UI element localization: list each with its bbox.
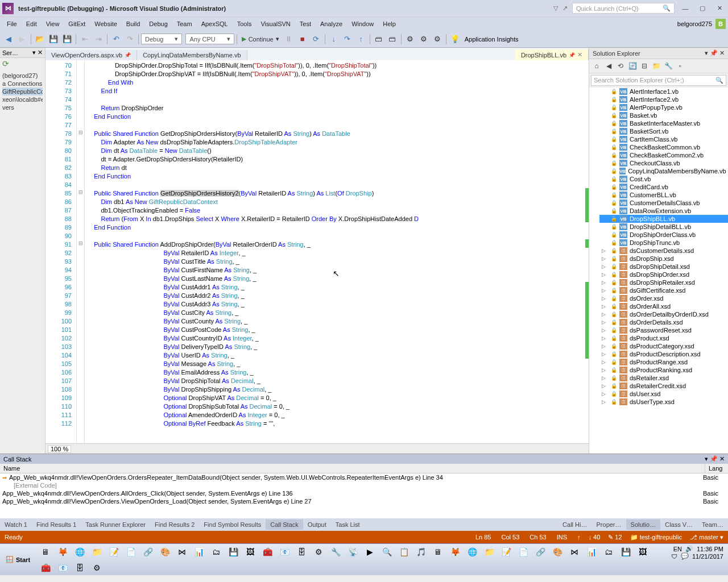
tray-icon[interactable]: 🔊 [685, 545, 693, 552]
tree-item[interactable]: 🔒VBCheckBasketCommon2.vb [599, 151, 728, 159]
show-all-icon[interactable]: 📁 [651, 61, 661, 71]
taskbar-app-icon[interactable]: 📄 [516, 545, 531, 559]
server-item[interactable]: a Connections [2, 80, 43, 88]
taskbar-app-icon[interactable]: 📡 [345, 545, 360, 559]
taskbar-app-icon[interactable]: 🦊 [448, 545, 462, 559]
sync-icon[interactable]: ⟲ [615, 61, 626, 71]
tree-item[interactable]: 🔒VBCartItemClass.vb [599, 135, 728, 143]
tree-item[interactable]: 🔒◫dsProductRanking.xsd [599, 366, 728, 374]
tree-item[interactable]: 🔒VBAlertPopupType.vb [599, 103, 728, 111]
code-lines[interactable]: DropShipOrder.DropShipTotal = IIf(IsDBNu… [85, 60, 585, 443]
menu-test[interactable]: Test [295, 18, 316, 30]
taskbar-app-icon[interactable]: 📝 [499, 545, 514, 559]
taskbar-app-icon[interactable]: 🌐 [72, 545, 87, 559]
feedback-icon[interactable]: ↗ [562, 5, 568, 12]
outdent-icon[interactable]: ⇤ [78, 33, 91, 45]
taskbar-app-icon[interactable]: 🔍 [379, 545, 394, 559]
taskbar-app-icon[interactable]: 📋 [396, 545, 411, 559]
minimize-button[interactable]: — [679, 2, 692, 15]
nav-fwd-icon[interactable]: ▶ [16, 33, 28, 45]
menu-team[interactable]: Team [172, 18, 197, 30]
taskbar-app-icon[interactable]: ▶ [362, 545, 377, 559]
pin-icon[interactable]: ▾ ✕ [32, 49, 43, 56]
taskbar-app-icon[interactable]: 🔗 [140, 545, 155, 559]
step-over-icon[interactable]: ↷ [341, 33, 354, 45]
config-combo[interactable]: Debug [141, 34, 182, 44]
bottom-tab[interactable]: Team… [697, 519, 728, 530]
menu-file[interactable]: File [2, 18, 22, 30]
tree-item[interactable]: 🔒◫dsDropShipOrder.xsd [599, 271, 728, 278]
system-tray[interactable]: EN 🔊 11:36 PM 🛡 💬 11/21/2017 [667, 544, 728, 575]
tree-item[interactable]: 🔒VBBasketSort.vb [599, 127, 728, 135]
tree-item[interactable]: 🔒VBCost.vb [599, 175, 728, 183]
maximize-button[interactable]: ▢ [696, 2, 709, 15]
menu-view[interactable]: View [42, 18, 64, 30]
tree-item[interactable]: 🔒VBBasket.vb [599, 111, 728, 119]
tree-item[interactable]: 🔒◫dsRetailer.xsd [599, 374, 728, 382]
taskbar-app-icon[interactable]: 💾 [618, 545, 633, 559]
code-editor[interactable]: 7071727374757677787980818283848586878889… [46, 60, 589, 443]
taskbar-app-icon[interactable]: 📧 [55, 561, 70, 575]
notification-icon[interactable]: ▽ [553, 5, 558, 12]
taskbar-app-icon[interactable]: 🦊 [55, 545, 70, 559]
taskbar-app-icon[interactable]: 🗂 [209, 545, 224, 559]
taskbar-app-icon[interactable]: 🖥 [431, 545, 445, 559]
tree-item[interactable]: 🔒◫dsDropShipRetailer.xsd [599, 278, 728, 286]
tool-icon2[interactable]: ⚙ [417, 33, 430, 45]
solution-search-input[interactable]: Search Solution Explorer (Ctrl+;) 🔍 [591, 75, 726, 86]
pin-icon[interactable]: 📌 [710, 455, 718, 462]
tree-item[interactable]: 🔒VBDropShipTrunc.vb [599, 239, 728, 247]
server-explorer-tab[interactable]: Ser… ▾ ✕ [0, 48, 45, 58]
menu-apexsql[interactable]: ApexSQL [197, 18, 233, 30]
tree-item[interactable]: 🔒VBBasketInterfaceMaster.vb [599, 119, 728, 127]
call-stack-rows[interactable]: ➡App_Web_wkq4nmdr.dll!ViewOpenOrders.Ord… [0, 473, 728, 518]
taskbar-app-icon[interactable]: ⚙ [311, 545, 326, 559]
server-item[interactable]: GiftRepublicCor [2, 88, 43, 95]
tree-item[interactable]: 🔒VBDropShipDetailBLL.vb [599, 223, 728, 231]
taskbar-app-icon[interactable]: 🎨 [158, 545, 172, 559]
tree-item[interactable]: 🔒VBAlertInterface2.vb [599, 95, 728, 103]
callstack-row[interactable]: App_Web_wkq4nmdr.dll!ViewOpenOrders.AllO… [0, 489, 728, 497]
tree-item[interactable]: 🔒VBCreditCard.vb [599, 183, 728, 191]
bottom-tab[interactable]: Find Symbol Results [199, 519, 266, 530]
fold-column[interactable]: ⊟⊟⊟ [77, 60, 85, 443]
file-tab[interactable]: ViewOpenOrders.aspx.vb📌 [46, 50, 137, 60]
tree-item[interactable]: 🔒VBCheckBasketCommon.vb [599, 143, 728, 151]
solution-tree[interactable]: 🔒VBAlertInterface1.vb🔒VBAlertInterface2.… [589, 88, 728, 454]
tree-item[interactable]: 🔒◫dsOrderDetailbyOrderID.xsd [599, 310, 728, 318]
close-button[interactable]: ✕ [713, 2, 726, 15]
callstack-row[interactable]: App_Web_wkq4nmdr.dll!ViewOpenOrders.View… [0, 497, 728, 505]
pin-icon[interactable]: 📌 [125, 52, 131, 58]
bottom-tab[interactable]: Find Results 2 [150, 519, 199, 530]
status-proj[interactable]: test-giftrepublic [640, 534, 682, 541]
taskbar-app-icon[interactable]: 🧰 [38, 561, 53, 575]
tree-item[interactable]: 🔒◫dsUser.xsd [599, 390, 728, 398]
menu-gitext[interactable]: GitExt [64, 18, 90, 30]
bulb-icon[interactable]: 💡 [449, 33, 461, 45]
callstack-row[interactable]: [External Code] [0, 481, 728, 489]
tree-item[interactable]: 🔒VBDropShipOrderClass.vb [599, 231, 728, 239]
menu-build[interactable]: Build [122, 18, 144, 30]
menu-website[interactable]: Website [90, 18, 122, 30]
taskbar-app-icon[interactable]: 🎵 [413, 545, 428, 559]
tool-icon3[interactable]: ⚙ [431, 33, 444, 45]
taskbar-app-icon[interactable]: 💾 [226, 545, 241, 559]
close-icon[interactable]: ✕ [719, 49, 725, 56]
menu-visualsvn[interactable]: VisualSVN [256, 18, 295, 30]
tray-icon[interactable]: 🛡 [671, 553, 677, 560]
publish-icon[interactable]: ↑ [577, 534, 581, 541]
taskbar-app-icon[interactable]: ⚙ [89, 561, 104, 575]
tree-item[interactable]: 🔒◫dsOrder.xsd [599, 294, 728, 302]
save-icon[interactable]: 💾 [47, 33, 60, 45]
bottom-tab[interactable]: Solutio… [626, 519, 661, 530]
nav-back-icon[interactable]: ◀ [2, 33, 15, 45]
tree-item[interactable]: 🔒◫dsGiftCertificate.xsd [599, 286, 728, 294]
menu-tools[interactable]: Tools [233, 18, 257, 30]
tree-item[interactable]: 🔒◫dsDropShip.xsd [599, 255, 728, 263]
bottom-tab[interactable]: Call Hi… [558, 519, 592, 530]
tree-item[interactable]: 🔒◫dsOrderAll.xsd [599, 302, 728, 310]
pin-icon[interactable]: 📌 [569, 52, 575, 58]
tree-item[interactable]: 🔒◫dsRetailerCredit.xsd [599, 382, 728, 390]
tree-item[interactable]: 🔒VBCustomerDetailsClass.vb [599, 199, 728, 207]
refresh-icon[interactable]: ⟳ [1, 58, 10, 69]
